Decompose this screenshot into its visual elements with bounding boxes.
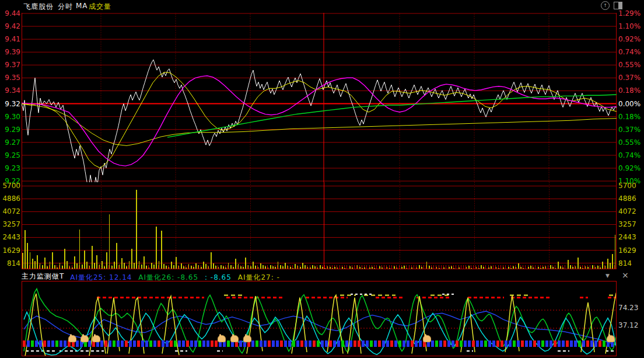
axis-label: 1629: [1, 246, 20, 255]
maximize-up-icon[interactable]: ↑: [601, 1, 610, 10]
volume-chart: [22, 182, 617, 269]
indicator-value: AI量化26: -8.65: [138, 273, 201, 281]
axis-label: 0.74%: [618, 48, 638, 56]
axis-label: 814: [1, 259, 20, 267]
axis-label: 0.92%: [618, 35, 638, 43]
axis-label: 3257: [1, 220, 20, 228]
price-chart-panel[interactable]: [22, 13, 617, 182]
axis-label: 9.35: [1, 74, 20, 82]
axis-label: 9.32: [1, 100, 20, 108]
indicator-value: AI量化27: -: [238, 273, 280, 281]
indicator-header: 主力监测做T AI量化25: 12.14 AI量化26: -8.65 : -8.…: [22, 270, 617, 281]
axis-label: 0.00%: [618, 100, 638, 108]
chevron-down-icon[interactable]: ▼: [606, 273, 610, 279]
axis-label: 9.42: [1, 22, 20, 30]
axis-label: 9.30: [1, 113, 20, 121]
price-chart: [22, 13, 617, 182]
panel-toggle-icon[interactable]: [614, 2, 622, 9]
hand-icon: [607, 335, 615, 342]
axis-label: 4886: [618, 194, 638, 203]
axis-label: 37.12: [618, 321, 638, 329]
axis-label: 0.37%: [618, 126, 638, 134]
indicator-value: : -8.65: [205, 273, 235, 281]
axis-label: 9.23: [1, 164, 20, 172]
axis-label: 2443: [1, 233, 20, 241]
hand-icon: [80, 335, 89, 342]
title-bar: 飞鹿股份 分时 MA 成交量 ↑: [0, 0, 644, 11]
axis-label: 0.37%: [618, 74, 638, 82]
indicator-value: AI量化25: 12.14: [70, 273, 135, 281]
axis-label: 4072: [1, 207, 20, 216]
hand-icon: [243, 335, 251, 342]
axis-label: 74.23: [618, 304, 638, 312]
axis-label: 4072: [618, 207, 638, 216]
axis-label: 0.74%: [618, 151, 638, 159]
axis-label: 9.39: [1, 48, 20, 56]
axis-label: 5700: [1, 182, 20, 190]
axis-label: 0.55%: [618, 61, 638, 69]
axis-label: 1.29%: [618, 9, 638, 18]
axis-label: 1.10%: [618, 22, 638, 30]
hand-icon: [218, 335, 226, 342]
hand-icon: [92, 335, 100, 342]
hand-icon: [423, 335, 431, 342]
axis-label: 3257: [618, 220, 638, 228]
axis-label: 2443: [618, 233, 638, 241]
axis-label: 9.34: [1, 86, 20, 95]
indicator-panel[interactable]: [22, 281, 617, 356]
indicator-title[interactable]: 主力监测做T: [22, 272, 64, 280]
axis-label: 9.44: [1, 9, 20, 18]
hand-icon: [68, 335, 76, 342]
axis-label: 9.29: [1, 126, 20, 134]
hand-icon: [230, 335, 239, 342]
tab-ma[interactable]: MA: [76, 2, 88, 10]
axis-label: 9.27: [1, 138, 20, 147]
volume-panel[interactable]: [22, 182, 617, 269]
axis-label: 9.41: [1, 35, 20, 43]
indicator-values: AI量化25: 12.14 AI量化26: -8.65 : -8.65 AI量化…: [70, 272, 284, 280]
axis-label: 4886: [1, 194, 20, 203]
axis-label: 0.92%: [618, 164, 638, 172]
tab-intraday[interactable]: 分时: [58, 2, 73, 12]
tab-volume[interactable]: 成交量: [89, 2, 111, 12]
trading-app-window: 飞鹿股份 分时 MA 成交量 ↑ 9.449.429.419.399.379.3…: [0, 0, 644, 358]
axis-label: 9.37: [1, 61, 20, 69]
axis-label: 0.18%: [618, 86, 638, 95]
axis-label: 0.55%: [618, 138, 638, 147]
axis-label: 0.18%: [618, 113, 638, 121]
indicator-chart: [22, 281, 616, 356]
axis-label: 5700: [618, 182, 638, 190]
axis-label: 1629: [618, 246, 638, 255]
axis-label: 9.25: [1, 151, 20, 159]
close-icon[interactable]: ×: [622, 271, 629, 279]
stock-name[interactable]: 飞鹿股份: [23, 2, 54, 12]
axis-label: 814: [618, 259, 638, 267]
